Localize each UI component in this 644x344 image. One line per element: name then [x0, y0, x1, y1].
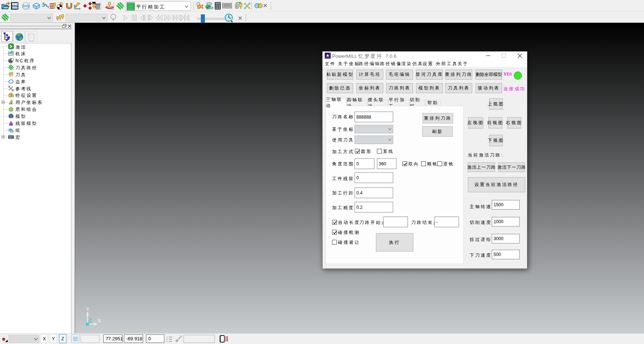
svg-text:z: z: [166, 340, 167, 343]
svg-text:Y: Y: [86, 306, 89, 312]
svg-text:X: X: [98, 318, 101, 323]
svg-text:Z: Z: [89, 317, 92, 323]
